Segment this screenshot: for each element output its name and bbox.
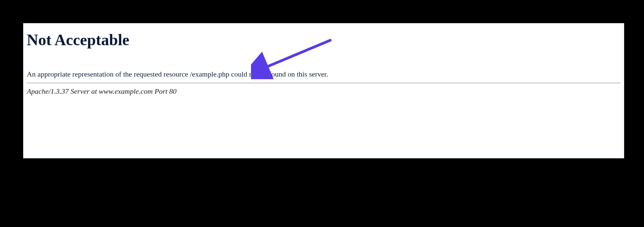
server-info: Apache/1.3.37 Server at www.example.com … (27, 86, 621, 97)
error-page-container: Not Acceptable An appropriate representa… (23, 23, 624, 158)
divider (27, 83, 621, 83)
page-title: Not Acceptable (27, 31, 621, 49)
error-message: An appropriate representation of the req… (27, 69, 621, 80)
